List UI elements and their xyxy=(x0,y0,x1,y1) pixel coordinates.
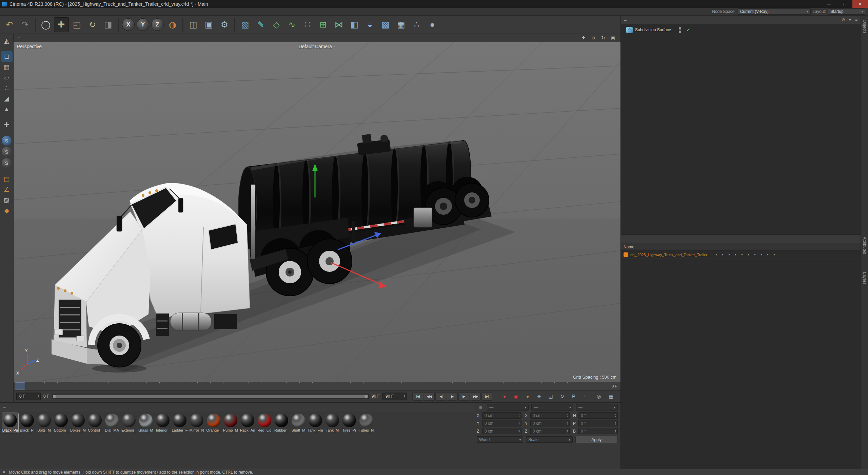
palette-button[interactable]: ∴ xyxy=(1,83,13,93)
material-swatch[interactable]: Black_Pa xyxy=(2,413,18,433)
object-manager-menu-item[interactable] xyxy=(635,16,641,24)
panel-menu-icon[interactable]: ≡ xyxy=(15,35,22,41)
viewport-menu-item[interactable] xyxy=(53,34,59,42)
record-button[interactable]: ≈ xyxy=(580,392,591,401)
record-button[interactable]: ↻ xyxy=(557,392,568,401)
toolbar-button[interactable]: ▣ xyxy=(201,17,216,32)
record-button[interactable]: ● xyxy=(522,392,533,401)
palette-button[interactable]: ▦ xyxy=(1,62,13,72)
menu-item[interactable] xyxy=(24,8,31,15)
camera-label[interactable]: Default Camera ▾ xyxy=(299,44,336,49)
material-swatch[interactable]: Glass_M xyxy=(138,413,154,433)
object-row[interactable]: ◠ Subdivision Surface ✓ xyxy=(621,25,861,34)
transport-button[interactable]: ▶| xyxy=(481,392,492,401)
material-swatch[interactable]: Control_ xyxy=(87,413,103,433)
view-nav-icon[interactable]: ⊙ xyxy=(589,35,597,41)
layout-dropdown[interactable]: Startup▾ xyxy=(828,8,865,15)
range-handle-left[interactable] xyxy=(53,395,56,398)
panel-menu-icon[interactable]: ≡ xyxy=(477,405,484,410)
material-menu-item[interactable] xyxy=(39,403,45,411)
panel-menu-icon[interactable]: ≡ xyxy=(622,17,629,22)
coordinate-system-dropdown[interactable]: World▾ xyxy=(477,436,523,443)
menu-item[interactable] xyxy=(37,8,43,15)
preview-range-slider[interactable] xyxy=(52,394,369,399)
viewport-menu-item[interactable] xyxy=(41,34,47,42)
material-swatch[interactable]: Shaft_M xyxy=(290,413,307,433)
size-mode-dropdown[interactable]: Scale▾ xyxy=(526,436,572,443)
material-menu-item[interactable] xyxy=(8,403,14,411)
material-swatch[interactable]: Mirror_N xyxy=(189,413,205,433)
spinner-icon[interactable]: ▲▼ xyxy=(518,414,520,417)
layer-toggle[interactable]: ● xyxy=(765,253,771,256)
material-swatch[interactable]: Dial_MA xyxy=(104,413,120,433)
coordinates-mode-dropdown[interactable]: —▾ xyxy=(576,404,618,411)
spinner-icon[interactable]: ▲▼ xyxy=(518,422,520,425)
menu-item[interactable] xyxy=(122,8,128,15)
status-menu-icon[interactable]: ≡ xyxy=(0,470,7,475)
toolbar-button[interactable]: ◇ xyxy=(269,17,284,32)
record-button[interactable]: ◱ xyxy=(545,392,556,401)
menu-item[interactable] xyxy=(61,8,67,15)
palette-button[interactable]: □ xyxy=(1,51,13,62)
object-manager-menu-item[interactable] xyxy=(641,16,647,24)
toolbar-button[interactable] xyxy=(234,18,235,32)
material-swatch[interactable]: Tubes_N xyxy=(358,413,374,433)
panel-icon[interactable]: ≡ xyxy=(855,17,857,22)
palette-button[interactable]: S xyxy=(2,158,12,168)
size-field[interactable]: Z0 cm▲▼ xyxy=(525,428,570,434)
spinner-icon[interactable]: ▲▼ xyxy=(37,395,39,398)
viewport-menu-item[interactable] xyxy=(22,34,28,42)
material-swatch[interactable]: Bolts_M xyxy=(36,413,52,433)
toolbar-button[interactable]: ∿ xyxy=(284,17,299,32)
panel-icon[interactable]: ▼ xyxy=(848,17,852,22)
palette-button[interactable]: ∠ xyxy=(1,184,13,195)
toolbar-button[interactable]: ▩ xyxy=(378,17,393,32)
timeline-ruler[interactable]: 0 F xyxy=(14,382,620,391)
palette-button[interactable]: ▱ xyxy=(1,72,13,83)
palette-button[interactable]: S xyxy=(2,136,12,146)
layer-toggle[interactable]: ● xyxy=(758,253,765,256)
material-swatch[interactable]: Tank_M xyxy=(324,413,340,433)
material-swatch[interactable]: Rack_An xyxy=(239,413,256,433)
viewport-menu-item[interactable] xyxy=(28,34,35,42)
current-frame-field[interactable]: 0 F ▲▼ xyxy=(16,393,41,400)
layer-toggle[interactable]: ● xyxy=(739,253,745,256)
toolbar-button[interactable]: ↷ xyxy=(18,17,33,32)
material-swatch[interactable]: Interior_ xyxy=(155,413,171,433)
object-manager-menu-item[interactable] xyxy=(653,16,659,24)
palette-button[interactable]: ✚ xyxy=(1,119,13,130)
palette-button[interactable]: ◭ xyxy=(1,36,13,46)
viewport-menu-item[interactable] xyxy=(35,34,41,42)
material-menu-item[interactable] xyxy=(14,403,20,411)
toolbar-button[interactable] xyxy=(118,18,119,32)
palette-button[interactable]: S xyxy=(2,147,12,157)
palette-button[interactable] xyxy=(1,169,13,174)
layer-toggle[interactable]: ● xyxy=(726,253,732,256)
material-swatch[interactable]: Ladder_F xyxy=(172,413,188,433)
menu-item[interactable] xyxy=(12,8,18,15)
material-menu-item[interactable] xyxy=(20,403,26,411)
palette-button[interactable]: ▲ xyxy=(1,104,13,114)
tab-objects[interactable]: Objects xyxy=(862,20,867,34)
spinner-icon[interactable]: ▲▼ xyxy=(614,422,616,425)
timeline-extra-button[interactable]: ▦ xyxy=(606,392,616,401)
menu-item[interactable] xyxy=(49,8,55,15)
record-button[interactable]: ● xyxy=(499,392,510,401)
transport-button[interactable]: ▶ xyxy=(447,392,458,401)
spinner-icon[interactable]: ▲▼ xyxy=(614,430,616,433)
menu-item[interactable] xyxy=(43,8,49,15)
material-swatch[interactable]: Black_Pl xyxy=(19,413,35,433)
record-button[interactable]: ◉ xyxy=(511,392,521,401)
size-field[interactable]: Y0 cm▲▼ xyxy=(525,420,570,426)
tab-layers[interactable]: Layers xyxy=(862,272,867,284)
transport-button[interactable]: ▶ xyxy=(458,392,469,401)
transport-button[interactable]: |◀ xyxy=(412,392,423,401)
view-nav-icon[interactable]: ▣ xyxy=(609,35,617,41)
coordinates-mode-dropdown[interactable]: —▾ xyxy=(487,404,529,411)
palette-button[interactable]: ◢ xyxy=(1,93,13,104)
range-handle-right[interactable] xyxy=(365,395,368,398)
position-field[interactable]: Z0 cm▲▼ xyxy=(477,428,521,434)
material-swatch[interactable]: Tires_Pr xyxy=(341,413,357,433)
menu-item[interactable] xyxy=(92,8,98,15)
timeline-extra-button[interactable]: ◎ xyxy=(593,392,604,401)
